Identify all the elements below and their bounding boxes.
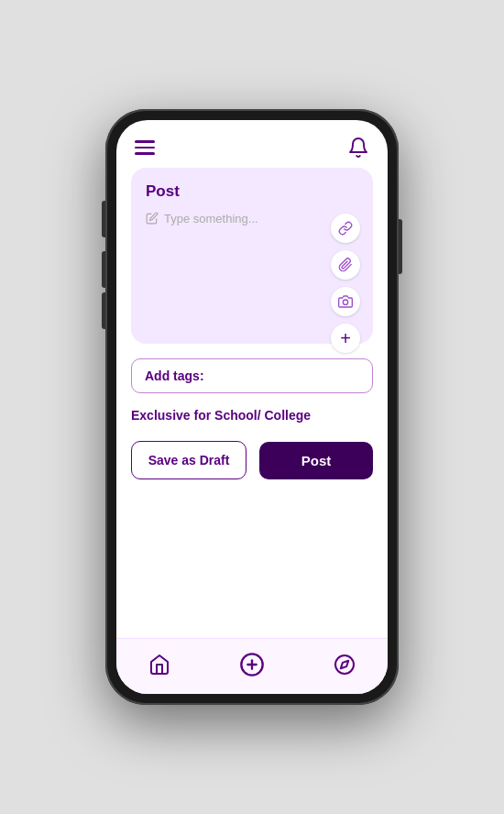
buttons-row: Save as Draft Post xyxy=(131,441,373,479)
exclusive-label: Exclusive for School/ College xyxy=(131,408,373,423)
bottom-nav xyxy=(116,638,388,694)
link-button[interactable] xyxy=(331,214,360,243)
nav-home[interactable] xyxy=(148,654,170,676)
svg-point-4 xyxy=(335,655,354,674)
header xyxy=(116,120,388,168)
camera-button[interactable] xyxy=(331,287,360,316)
post-placeholder: Type something... xyxy=(164,212,258,226)
attachment-button[interactable] xyxy=(331,250,360,280)
hamburger-icon[interactable] xyxy=(135,140,155,155)
post-button[interactable]: Post xyxy=(259,442,373,479)
tags-input-wrap xyxy=(131,358,373,393)
post-title: Post xyxy=(146,182,358,201)
post-input-area[interactable]: Type something... xyxy=(146,210,358,329)
pencil-icon xyxy=(146,212,159,228)
post-card: Post Type something... xyxy=(131,168,373,344)
svg-marker-5 xyxy=(340,661,347,668)
action-icons: + xyxy=(331,214,360,353)
tags-input[interactable] xyxy=(131,358,373,393)
nav-add[interactable] xyxy=(236,648,268,681)
add-media-button[interactable]: + xyxy=(331,324,360,353)
save-draft-button[interactable]: Save as Draft xyxy=(131,441,247,479)
svg-point-0 xyxy=(343,300,347,304)
nav-explore[interactable] xyxy=(334,654,356,676)
bell-icon[interactable] xyxy=(347,137,369,159)
main-content: Post Type something... xyxy=(116,168,388,638)
phone-screen: Post Type something... xyxy=(116,120,388,694)
phone-shell: Post Type something... xyxy=(105,109,399,705)
